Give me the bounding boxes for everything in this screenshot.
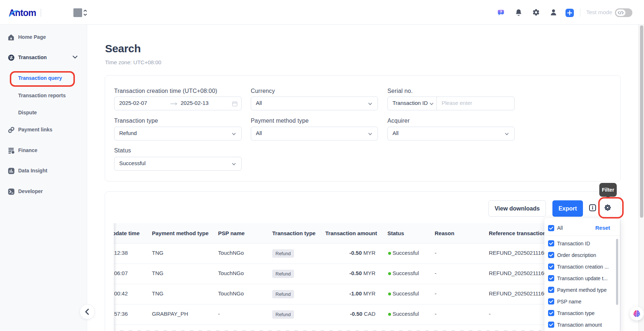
svg-text:?: ? [500,10,502,14]
